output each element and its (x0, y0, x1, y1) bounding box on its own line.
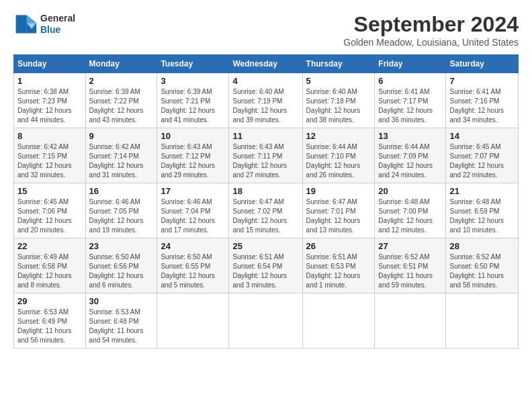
col-saturday: Saturday (446, 55, 519, 73)
day-info: Sunrise: 6:40 AM Sunset: 7:18 PM Dayligh… (306, 87, 371, 125)
table-row: 30Sunrise: 6:53 AM Sunset: 6:48 PM Dayli… (85, 293, 157, 349)
location-title: Golden Meadow, Louisiana, United States (343, 37, 519, 48)
day-number: 5 (306, 76, 371, 86)
table-row: 27Sunrise: 6:52 AM Sunset: 6:51 PM Dayli… (375, 238, 446, 293)
day-info: Sunrise: 6:40 AM Sunset: 7:19 PM Dayligh… (232, 87, 298, 125)
day-info: Sunrise: 6:39 AM Sunset: 7:21 PM Dayligh… (161, 87, 225, 125)
day-number: 20 (378, 186, 442, 196)
day-number: 16 (89, 186, 154, 196)
table-row (375, 293, 446, 349)
col-sunday: Sunday (14, 55, 86, 73)
table-row: 25Sunrise: 6:51 AM Sunset: 6:54 PM Dayli… (229, 238, 302, 293)
day-number: 8 (17, 131, 82, 141)
day-number: 17 (161, 186, 225, 196)
day-info: Sunrise: 6:42 AM Sunset: 7:15 PM Dayligh… (17, 142, 82, 180)
day-number: 15 (17, 186, 82, 196)
day-info: Sunrise: 6:44 AM Sunset: 7:09 PM Dayligh… (378, 142, 442, 180)
table-row: 23Sunrise: 6:50 AM Sunset: 6:56 PM Dayli… (85, 238, 157, 293)
table-row: 14Sunrise: 6:45 AM Sunset: 7:07 PM Dayli… (446, 128, 519, 183)
table-row: 8Sunrise: 6:42 AM Sunset: 7:15 PM Daylig… (14, 128, 86, 183)
logo-text: General Blue (40, 13, 75, 36)
day-info: Sunrise: 6:44 AM Sunset: 7:10 PM Dayligh… (306, 142, 371, 180)
day-number: 21 (449, 186, 515, 196)
day-info: Sunrise: 6:42 AM Sunset: 7:14 PM Dayligh… (89, 142, 154, 180)
table-row (446, 293, 519, 349)
table-row: 7Sunrise: 6:41 AM Sunset: 7:16 PM Daylig… (446, 73, 519, 128)
day-info: Sunrise: 6:39 AM Sunset: 7:22 PM Dayligh… (89, 87, 154, 125)
day-info: Sunrise: 6:45 AM Sunset: 7:06 PM Dayligh… (17, 197, 82, 235)
logo-icon (13, 12, 38, 36)
day-number: 29 (17, 296, 82, 306)
title-section: September 2024 Golden Meadow, Louisiana,… (343, 12, 519, 48)
table-row: 28Sunrise: 6:52 AM Sunset: 6:50 PM Dayli… (446, 238, 519, 293)
day-info: Sunrise: 6:52 AM Sunset: 6:50 PM Dayligh… (449, 253, 515, 290)
table-row: 2Sunrise: 6:39 AM Sunset: 7:22 PM Daylig… (85, 73, 157, 128)
table-row (302, 293, 375, 349)
day-info: Sunrise: 6:45 AM Sunset: 7:07 PM Dayligh… (449, 142, 515, 180)
day-number: 30 (89, 296, 154, 306)
month-title: September 2024 (343, 12, 519, 37)
day-info: Sunrise: 6:46 AM Sunset: 7:04 PM Dayligh… (161, 197, 225, 235)
table-row: 6Sunrise: 6:41 AM Sunset: 7:17 PM Daylig… (375, 73, 446, 128)
day-number: 13 (378, 131, 442, 141)
table-row: 21Sunrise: 6:48 AM Sunset: 6:59 PM Dayli… (446, 183, 519, 238)
day-info: Sunrise: 6:46 AM Sunset: 7:05 PM Dayligh… (89, 197, 154, 235)
day-info: Sunrise: 6:52 AM Sunset: 6:51 PM Dayligh… (378, 253, 442, 290)
day-number: 22 (17, 241, 82, 251)
table-row: 26Sunrise: 6:51 AM Sunset: 6:53 PM Dayli… (302, 238, 375, 293)
table-row: 3Sunrise: 6:39 AM Sunset: 7:21 PM Daylig… (157, 73, 229, 128)
day-info: Sunrise: 6:43 AM Sunset: 7:11 PM Dayligh… (232, 142, 298, 180)
day-number: 28 (449, 241, 515, 251)
day-number: 23 (89, 241, 154, 251)
day-number: 19 (306, 186, 371, 196)
table-row: 24Sunrise: 6:50 AM Sunset: 6:55 PM Dayli… (157, 238, 229, 293)
table-row: 4Sunrise: 6:40 AM Sunset: 7:19 PM Daylig… (229, 73, 302, 128)
svg-marker-1 (27, 15, 36, 24)
day-info: Sunrise: 6:48 AM Sunset: 6:59 PM Dayligh… (449, 197, 515, 235)
col-monday: Monday (85, 55, 157, 73)
header-row: Sunday Monday Tuesday Wednesday Thursday… (14, 55, 519, 73)
day-info: Sunrise: 6:49 AM Sunset: 6:58 PM Dayligh… (17, 253, 82, 290)
day-info: Sunrise: 6:53 AM Sunset: 6:48 PM Dayligh… (89, 308, 154, 345)
day-info: Sunrise: 6:38 AM Sunset: 7:23 PM Dayligh… (17, 87, 82, 125)
col-wednesday: Wednesday (229, 55, 302, 73)
col-thursday: Thursday (302, 55, 375, 73)
table-row: 1Sunrise: 6:38 AM Sunset: 7:23 PM Daylig… (14, 73, 86, 128)
table-row: 17Sunrise: 6:46 AM Sunset: 7:04 PM Dayli… (157, 183, 229, 238)
calendar-table: Sunday Monday Tuesday Wednesday Thursday… (13, 54, 519, 349)
col-tuesday: Tuesday (157, 55, 229, 73)
day-number: 14 (449, 131, 515, 141)
day-info: Sunrise: 6:48 AM Sunset: 7:00 PM Dayligh… (378, 197, 442, 235)
day-number: 6 (378, 76, 442, 86)
table-row: 10Sunrise: 6:43 AM Sunset: 7:12 PM Dayli… (157, 128, 229, 183)
header: General Blue September 2024 Golden Meado… (13, 12, 519, 48)
day-number: 26 (306, 241, 371, 251)
day-number: 18 (232, 186, 298, 196)
day-info: Sunrise: 6:50 AM Sunset: 6:56 PM Dayligh… (89, 253, 154, 290)
day-info: Sunrise: 6:43 AM Sunset: 7:12 PM Dayligh… (161, 142, 225, 180)
day-number: 11 (232, 131, 298, 141)
day-number: 12 (306, 131, 371, 141)
table-row: 11Sunrise: 6:43 AM Sunset: 7:11 PM Dayli… (229, 128, 302, 183)
day-number: 25 (232, 241, 298, 251)
day-info: Sunrise: 6:50 AM Sunset: 6:55 PM Dayligh… (161, 253, 225, 290)
day-number: 2 (89, 76, 154, 86)
day-info: Sunrise: 6:41 AM Sunset: 7:17 PM Dayligh… (378, 87, 442, 125)
page: General Blue September 2024 Golden Meado… (0, 0, 532, 355)
table-row: 5Sunrise: 6:40 AM Sunset: 7:18 PM Daylig… (302, 73, 375, 128)
day-info: Sunrise: 6:53 AM Sunset: 6:49 PM Dayligh… (17, 308, 82, 345)
day-number: 3 (161, 76, 225, 86)
day-info: Sunrise: 6:51 AM Sunset: 6:53 PM Dayligh… (306, 253, 371, 290)
table-row: 22Sunrise: 6:49 AM Sunset: 6:58 PM Dayli… (14, 238, 86, 293)
svg-rect-2 (16, 15, 27, 34)
day-number: 9 (89, 131, 154, 141)
table-row: 9Sunrise: 6:42 AM Sunset: 7:14 PM Daylig… (85, 128, 157, 183)
table-row: 18Sunrise: 6:47 AM Sunset: 7:02 PM Dayli… (229, 183, 302, 238)
day-number: 7 (449, 76, 515, 86)
table-row: 15Sunrise: 6:45 AM Sunset: 7:06 PM Dayli… (14, 183, 86, 238)
table-row: 29Sunrise: 6:53 AM Sunset: 6:49 PM Dayli… (14, 293, 86, 349)
logo: General Blue (13, 12, 75, 36)
col-friday: Friday (375, 55, 446, 73)
table-row: 13Sunrise: 6:44 AM Sunset: 7:09 PM Dayli… (375, 128, 446, 183)
table-row: 19Sunrise: 6:47 AM Sunset: 7:01 PM Dayli… (302, 183, 375, 238)
